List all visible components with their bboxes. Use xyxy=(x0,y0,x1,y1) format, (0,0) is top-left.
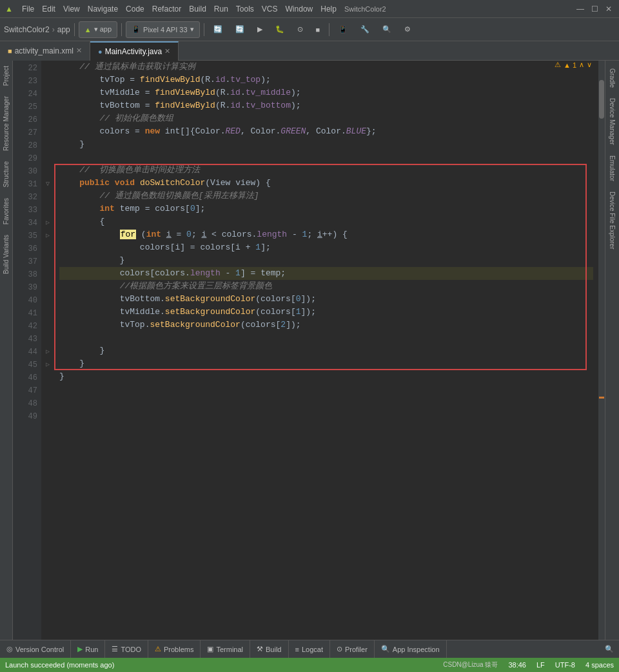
bottom-todo[interactable]: ☰ TODO xyxy=(105,640,148,658)
bottom-problems[interactable]: ⚠ Problems xyxy=(148,640,201,658)
bottom-terminal[interactable]: ▣ Terminal xyxy=(201,640,250,658)
make-project-button[interactable]: 🔄 xyxy=(208,21,228,38)
fold-icon-31[interactable]: ▽ xyxy=(41,178,54,191)
panel-emulator[interactable]: Emulator xyxy=(607,150,617,186)
run-button[interactable]: ▶ xyxy=(252,21,268,38)
search-icon-bottom[interactable]: 🔍 xyxy=(605,645,614,653)
bottom-run[interactable]: ▶ Run xyxy=(71,640,105,658)
logcat-label: Logcat xyxy=(302,646,323,653)
panel-structure[interactable]: Structure xyxy=(1,156,11,193)
code-line-44: } xyxy=(59,344,593,357)
minimize-button[interactable]: — xyxy=(575,4,585,14)
menu-help[interactable]: Help xyxy=(317,3,340,15)
sdk-button[interactable]: 🔧 xyxy=(355,21,375,38)
code-line-38: colors[colors.length - 1] = temp; xyxy=(59,267,593,280)
app-inspection-label: App Inspection xyxy=(393,646,440,653)
breadcrumb-sep1: › xyxy=(52,25,55,34)
code-line-36: colors[i] = colors[i + 1]; xyxy=(59,241,593,254)
logcat-icon: ≡ xyxy=(295,646,299,653)
sync-button[interactable]: 🔄 xyxy=(230,21,250,38)
breadcrumb-project[interactable]: SwitchColor2 xyxy=(4,25,50,34)
bottom-build[interactable]: ⚒ Build xyxy=(250,640,288,658)
status-position[interactable]: 38:46 xyxy=(508,661,526,669)
menu-edit[interactable]: Edit xyxy=(38,3,59,15)
tab-xml-close[interactable]: ✕ xyxy=(76,46,82,55)
gutter-28 xyxy=(41,139,54,152)
device-icon: 📱 xyxy=(132,25,141,34)
code-editor: ⚠ ▲ 1 ∧ ∨ 22232425 26272829 30313233 343… xyxy=(13,61,605,640)
gutter-49 xyxy=(41,410,54,423)
panel-project[interactable]: Project xyxy=(1,61,11,91)
gutter-42 xyxy=(41,320,54,333)
menu-view[interactable]: View xyxy=(59,3,84,15)
code-lines[interactable]: // 通过鼠标单击获取计算实例 tvTop = findViewByld(R.i… xyxy=(54,61,598,640)
tab-xml[interactable]: ■ activity_main.xml ✕ xyxy=(0,41,90,61)
code-line-48 xyxy=(59,396,593,409)
debug-button[interactable]: 🐛 xyxy=(270,21,290,38)
gutter-41 xyxy=(41,307,54,320)
code-line-29 xyxy=(59,151,593,164)
settings-button[interactable]: ⚙ xyxy=(399,21,416,38)
menu-window[interactable]: Window xyxy=(282,3,317,15)
status-encoding[interactable]: LF xyxy=(536,661,545,669)
code-line-30: // 切换颜色单击时间处理方法 xyxy=(59,164,593,177)
menu-run[interactable]: Run xyxy=(210,3,232,15)
panel-device-manager[interactable]: Device Manager xyxy=(607,93,617,150)
code-line-32: // 通过颜色数组切换颜色[采用左移算法] xyxy=(59,190,593,203)
run-label: Run xyxy=(85,646,98,653)
search-everywhere-button[interactable]: 🔍 xyxy=(377,21,397,38)
stop-button[interactable]: ■ xyxy=(311,21,326,38)
menu-build[interactable]: Build xyxy=(185,3,210,15)
bottom-version-control[interactable]: ◎ Version Control xyxy=(0,640,71,658)
profile-button[interactable]: ⊙ xyxy=(292,21,308,38)
code-line-49 xyxy=(59,409,593,422)
app-config-button[interactable]: ▲ ▾ app xyxy=(79,21,117,38)
code-line-22: // 通过鼠标单击获取计算实例 xyxy=(59,61,593,74)
code-line-47 xyxy=(59,383,593,396)
tab-java-label: MainActivity.java xyxy=(105,47,162,56)
avd-button[interactable]: 📱 xyxy=(333,21,353,38)
fold-icon-34[interactable]: ▷ xyxy=(41,217,54,230)
bottom-app-inspection[interactable]: 🔍 App Inspection xyxy=(375,640,447,658)
scrollbar-thumb[interactable] xyxy=(599,80,604,119)
status-charset[interactable]: UTF-8 xyxy=(555,661,575,669)
line-numbers: 22232425 26272829 30313233 34353637 3839… xyxy=(13,61,41,640)
tab-java-close[interactable]: ✕ xyxy=(164,47,170,55)
panel-gradle[interactable]: Gradle xyxy=(607,63,617,93)
panel-favorites[interactable]: Favorites xyxy=(1,193,11,230)
menu-code[interactable]: Code xyxy=(122,3,148,15)
device-selector-button[interactable]: 📱 Pixel 4 API 33 ▾ xyxy=(126,21,200,38)
toolbar-sep1 xyxy=(74,23,75,36)
gutter-panel: ▽ ▷ ▷ ▷ ▷ xyxy=(41,61,54,640)
panel-build-variants[interactable]: Build Variants xyxy=(1,230,11,279)
menu-bar: ▲ File Edit View Navigate Code Refactor … xyxy=(0,0,619,18)
gutter-40 xyxy=(41,294,54,307)
status-indent[interactable]: 4 spaces xyxy=(585,661,614,669)
bottom-logcat[interactable]: ≡ Logcat xyxy=(289,640,330,658)
close-button[interactable]: ✕ xyxy=(604,4,614,14)
panel-resource-manager[interactable]: Resource Manager xyxy=(1,91,11,156)
device-label: Pixel 4 API 33 xyxy=(143,26,188,34)
fold-icon-45[interactable]: ▷ xyxy=(41,359,54,371)
code-line-26: // 初始化颜色数组 xyxy=(59,112,593,125)
menu-navigate[interactable]: Navigate xyxy=(84,3,122,15)
fold-icon-35[interactable]: ▷ xyxy=(41,230,54,242)
breadcrumb-module[interactable]: app xyxy=(57,25,70,34)
maximize-button[interactable]: ☐ xyxy=(589,4,600,14)
menu-vcs[interactable]: VCS xyxy=(258,3,282,15)
problems-icon: ⚠ xyxy=(155,645,161,653)
gutter-27 xyxy=(41,126,54,139)
gutter-29 xyxy=(41,152,54,165)
device-chevron-icon: ▾ xyxy=(190,25,194,34)
fold-icon-44[interactable]: ▷ xyxy=(41,346,54,359)
code-line-42: tvTop.setBackgroundColor(colors[2]); xyxy=(59,319,593,331)
menu-tools[interactable]: Tools xyxy=(232,3,258,15)
menu-file[interactable]: File xyxy=(18,3,38,15)
bottom-profiler[interactable]: ⊙ Profiler xyxy=(330,640,375,658)
tab-xml-label: activity_main.xml xyxy=(15,46,74,55)
panel-device-file-explorer[interactable]: Device File Explorer xyxy=(607,186,617,254)
xml-file-icon: ■ xyxy=(8,47,12,55)
tab-java[interactable]: ● MainActivity.java ✕ xyxy=(90,41,179,61)
menu-refactor[interactable]: Refactor xyxy=(148,3,185,15)
vertical-scrollbar[interactable] xyxy=(598,61,605,640)
